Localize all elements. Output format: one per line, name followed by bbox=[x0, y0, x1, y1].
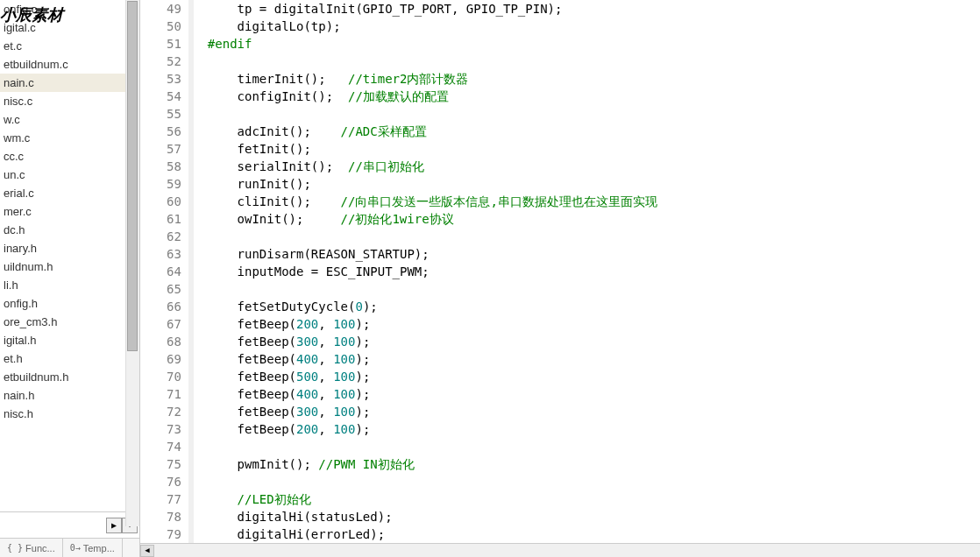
fold-marker[interactable] bbox=[194, 35, 206, 53]
fold-marker[interactable] bbox=[194, 88, 206, 105]
fold-marker[interactable] bbox=[194, 263, 206, 280]
code-line[interactable]: runInit(); bbox=[208, 175, 980, 193]
file-item[interactable]: igital.h bbox=[0, 331, 139, 349]
file-item[interactable]: inary.h bbox=[0, 239, 139, 257]
code-line[interactable] bbox=[208, 105, 980, 123]
file-item[interactable]: uildnum.h bbox=[0, 257, 139, 276]
fold-marker[interactable] bbox=[194, 210, 206, 228]
fold-marker[interactable] bbox=[194, 350, 206, 368]
code-line[interactable] bbox=[208, 438, 980, 455]
fold-marker[interactable] bbox=[194, 385, 206, 403]
file-item[interactable]: nisc.c bbox=[0, 92, 139, 110]
file-item[interactable]: et.h bbox=[0, 349, 139, 368]
code-line[interactable] bbox=[208, 228, 980, 245]
file-item[interactable]: et.c bbox=[0, 37, 139, 55]
bottom-tab[interactable]: 0→Temp... bbox=[63, 539, 123, 557]
code-line[interactable]: fetBeep(200, 100); bbox=[208, 420, 980, 438]
file-item[interactable]: ore_cm3.h bbox=[0, 313, 139, 331]
file-item[interactable]: li.h bbox=[0, 276, 139, 294]
file-item[interactable]: etbuildnum.c bbox=[0, 55, 139, 74]
fold-marker[interactable] bbox=[194, 455, 206, 473]
file-item[interactable]: wm.c bbox=[0, 129, 139, 147]
code-line[interactable]: owInit(); //初始化1wire协议 bbox=[208, 210, 980, 228]
code-line[interactable]: adcInit(); //ADC采样配置 bbox=[208, 123, 980, 140]
fold-marker[interactable] bbox=[194, 175, 206, 193]
fold-marker[interactable] bbox=[194, 228, 206, 245]
code-line[interactable]: digitalHi(statusLed); bbox=[208, 508, 980, 525]
fold-marker[interactable] bbox=[194, 490, 206, 508]
code-line[interactable]: #endif bbox=[208, 35, 980, 53]
code-line[interactable]: fetInit(); bbox=[208, 140, 980, 158]
fold-marker[interactable] bbox=[194, 53, 206, 70]
fold-marker[interactable] bbox=[194, 525, 206, 543]
code-line[interactable]: //LED初始化 bbox=[208, 490, 980, 508]
file-item[interactable]: mer.c bbox=[0, 202, 139, 221]
sidebar-bottom-toolbar: ▶ ▼ bbox=[0, 511, 139, 538]
horizontal-scrollbar[interactable]: ◀ bbox=[140, 543, 980, 557]
fold-marker[interactable] bbox=[194, 368, 206, 385]
file-item[interactable]: cc.c bbox=[0, 147, 139, 166]
file-item[interactable]: dc.h bbox=[0, 221, 139, 239]
code-line[interactable]: fetSetDutyCycle(0); bbox=[208, 298, 980, 315]
code-line[interactable]: fetBeep(200, 100); bbox=[208, 315, 980, 333]
line-number: 51 bbox=[167, 35, 181, 53]
code-line[interactable] bbox=[208, 280, 980, 298]
nav-right-button[interactable]: ▶ bbox=[106, 518, 122, 533]
fold-marker[interactable] bbox=[194, 438, 206, 455]
code-line[interactable]: digitalLo(tp); bbox=[208, 18, 980, 35]
sidebar-scrollbar[interactable] bbox=[125, 0, 139, 526]
fold-marker[interactable] bbox=[194, 420, 206, 438]
fold-marker[interactable] bbox=[194, 123, 206, 140]
file-item[interactable]: nain.h bbox=[0, 386, 139, 405]
fold-marker[interactable] bbox=[194, 140, 206, 158]
fold-marker[interactable] bbox=[194, 473, 206, 490]
line-number: 61 bbox=[167, 210, 181, 228]
code-line[interactable]: tp = digitalInit(GPIO_TP_PORT, GPIO_TP_P… bbox=[208, 0, 980, 18]
code-line[interactable]: pwmInit(); //PWM IN初始化 bbox=[208, 455, 980, 473]
code-line[interactable]: serialInit(); //串口初始化 bbox=[208, 158, 980, 175]
fold-marker[interactable] bbox=[194, 158, 206, 175]
code-line[interactable] bbox=[208, 53, 980, 70]
line-number: 69 bbox=[167, 350, 181, 368]
file-item[interactable]: nain.c bbox=[0, 74, 139, 92]
code-line[interactable]: fetBeep(300, 100); bbox=[208, 333, 980, 350]
file-item[interactable]: onfig.h bbox=[0, 294, 139, 313]
fold-marker[interactable] bbox=[194, 333, 206, 350]
fold-marker[interactable] bbox=[194, 245, 206, 263]
line-number: 74 bbox=[167, 438, 181, 455]
fold-marker[interactable] bbox=[194, 0, 206, 18]
fold-marker[interactable] bbox=[194, 18, 206, 35]
code-line[interactable]: configInit(); //加载默认的配置 bbox=[208, 88, 980, 105]
fold-marker[interactable] bbox=[194, 403, 206, 420]
fold-marker[interactable] bbox=[194, 105, 206, 123]
file-item[interactable]: erial.c bbox=[0, 184, 139, 202]
code-line[interactable]: fetBeep(500, 100); bbox=[208, 368, 980, 385]
file-item[interactable]: etbuildnum.h bbox=[0, 368, 139, 386]
code-line[interactable] bbox=[208, 473, 980, 490]
fold-column[interactable] bbox=[194, 0, 206, 543]
code-line[interactable]: fetBeep(300, 100); bbox=[208, 403, 980, 420]
fold-marker[interactable] bbox=[194, 298, 206, 315]
code-container[interactable]: 4950515253545556575859606162636465666768… bbox=[140, 0, 980, 543]
fold-marker[interactable] bbox=[194, 280, 206, 298]
file-item[interactable]: un.c bbox=[0, 166, 139, 184]
code-line[interactable]: runDisarm(REASON_STARTUP); bbox=[208, 245, 980, 263]
scroll-left-button[interactable]: ◀ bbox=[140, 545, 154, 557]
code-line[interactable]: fetBeep(400, 100); bbox=[208, 385, 980, 403]
code-line[interactable]: timerInit(); //timer2内部计数器 bbox=[208, 70, 980, 88]
fold-marker[interactable] bbox=[194, 193, 206, 210]
code-line[interactable]: digitalHi(errorLed); bbox=[208, 525, 980, 543]
file-list[interactable]: onfig.cigital.cet.cetbuildnum.cnain.cnis… bbox=[0, 0, 139, 511]
code-text-area[interactable]: tp = digitalInit(GPIO_TP_PORT, GPIO_TP_P… bbox=[206, 0, 980, 543]
file-item[interactable]: w.c bbox=[0, 110, 139, 129]
line-number: 65 bbox=[167, 280, 181, 298]
fold-marker[interactable] bbox=[194, 70, 206, 88]
fold-marker[interactable] bbox=[194, 315, 206, 333]
code-line[interactable]: cliInit(); //向串口发送一些版本信息,串口数据处理也在这里面实现 bbox=[208, 193, 980, 210]
scrollbar-thumb[interactable] bbox=[127, 1, 138, 351]
fold-marker[interactable] bbox=[194, 508, 206, 525]
file-item[interactable]: nisc.h bbox=[0, 405, 139, 423]
code-line[interactable]: inputMode = ESC_INPUT_PWM; bbox=[208, 263, 980, 280]
code-line[interactable]: fetBeep(400, 100); bbox=[208, 350, 980, 368]
bottom-tab[interactable]: { }Func... bbox=[0, 539, 63, 557]
